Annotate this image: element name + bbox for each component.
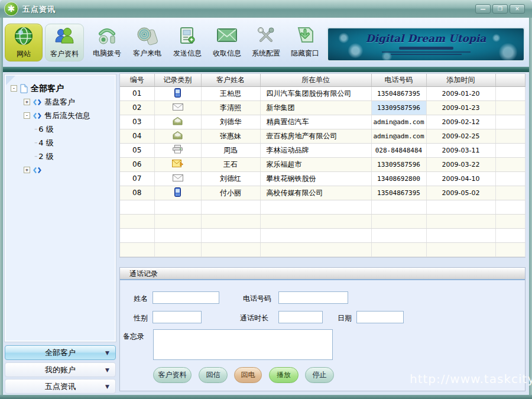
cell-phone[interactable]: 13504867395 — [371, 86, 426, 100]
tree-node-level-4[interactable]: ·· 4 级 — [11, 136, 115, 150]
duration-input[interactable] — [278, 311, 323, 323]
tree-node-aftersale-loss[interactable]: - 售后流失信息 — [11, 109, 115, 122]
cell-company[interactable]: 壹百栋房地产有限公司 — [260, 129, 371, 143]
table-row[interactable]: 05周迅李林运动品牌028-848484842009-03-11 — [120, 143, 525, 157]
cell-blank[interactable] — [426, 228, 495, 242]
cell-blank[interactable] — [154, 242, 201, 257]
cell-no[interactable]: 06 — [120, 157, 154, 171]
cell-date-added[interactable]: 2009-01-20 — [426, 86, 495, 100]
cell-phone[interactable]: admin@adm.com — [371, 129, 426, 143]
cell-no[interactable]: 01 — [120, 86, 154, 100]
column-header-phone[interactable]: 电话号码 — [371, 74, 426, 86]
phone-input[interactable] — [278, 291, 348, 304]
cell-date-added[interactable]: 2009-02-12 — [426, 115, 495, 129]
cell-no[interactable]: 02 — [120, 100, 154, 115]
cell-record-type[interactable] — [154, 115, 201, 129]
cell-blank[interactable] — [495, 143, 525, 157]
cell-blank[interactable] — [426, 214, 495, 228]
expand-icon[interactable]: + — [24, 167, 30, 173]
cell-phone[interactable]: 028-84848484 — [371, 143, 426, 157]
cell-company[interactable]: 新华集团 — [260, 100, 371, 115]
toolbar-button-customer-data[interactable]: 客户资料 — [45, 24, 84, 61]
tree-node-all-customers[interactable]: - 全部客户 — [11, 82, 115, 95]
stop-button[interactable]: 停止 — [305, 367, 334, 383]
table-row-empty[interactable] — [120, 242, 525, 257]
cell-phone[interactable]: admin@adm.com — [371, 115, 426, 129]
table-row-empty[interactable] — [120, 228, 525, 242]
tree-node-level-6[interactable]: ·· 6 级 — [11, 122, 115, 136]
cell-customer-name[interactable]: 付小丽 — [201, 186, 260, 200]
cell-date-added[interactable]: 2009-01-23 — [426, 100, 495, 115]
cell-record-type[interactable] — [154, 157, 201, 171]
cell-blank[interactable] — [495, 200, 525, 214]
date-input[interactable] — [356, 311, 404, 323]
cell-record-type[interactable] — [154, 86, 201, 100]
cell-blank[interactable] — [495, 214, 525, 228]
toolbar-button-send-message[interactable]: 发送信息 — [167, 24, 207, 61]
cell-customer-name[interactable]: 王柏思 — [201, 86, 260, 100]
table-row[interactable]: 02李清照新华集团133095875962009-01-23 — [120, 100, 525, 115]
customer-data-button[interactable]: 客户资料 — [153, 367, 192, 383]
cell-blank[interactable] — [201, 214, 260, 228]
toolbar-button-incoming-call[interactable]: 客户来电 — [127, 24, 167, 61]
cell-company[interactable]: 家乐福超市 — [260, 157, 371, 171]
table-row[interactable]: 07刘德红攀枝花钢铁股份134086928002009-04-10 — [120, 171, 525, 186]
cell-date-added[interactable]: 2009-05-02 — [426, 186, 495, 200]
cell-customer-name[interactable]: 刘德华 — [201, 115, 260, 129]
expand-icon[interactable]: + — [24, 99, 30, 105]
cell-company[interactable]: 四川汽车集团股份有限公司 — [260, 86, 371, 100]
cell-company[interactable]: 高校传媒有限公司 — [260, 186, 371, 200]
toolbar-button-hide-window[interactable]: 隐藏窗口 — [286, 24, 325, 61]
cell-phone[interactable]: 13309587596 — [371, 100, 426, 115]
cell-blank[interactable] — [495, 242, 525, 257]
table-row[interactable]: 08付小丽高校传媒有限公司135048673952009-05-02 — [120, 186, 525, 200]
cell-record-type[interactable] — [154, 186, 201, 200]
cell-phone[interactable]: 13408692800 — [371, 171, 426, 186]
cell-blank[interactable] — [201, 228, 260, 242]
maximize-button[interactable]: ❐ — [492, 4, 508, 14]
cell-blank[interactable] — [495, 129, 525, 143]
cell-blank[interactable] — [260, 200, 371, 214]
cell-blank[interactable] — [120, 228, 154, 242]
reply-message-button[interactable]: 回信 — [199, 367, 228, 383]
sidebar-button-all-customers[interactable]: 全部客户 ▼ — [5, 345, 116, 360]
cell-company[interactable]: 精典置信汽车 — [260, 115, 371, 129]
cell-blank[interactable] — [495, 157, 525, 171]
gender-input[interactable] — [153, 311, 202, 323]
cell-phone[interactable]: 13309587596 — [371, 157, 426, 171]
tree-node-base-customers[interactable]: + 基盘客户 — [11, 95, 115, 109]
toolbar-button-website[interactable]: 网站 — [5, 24, 43, 61]
cell-date-added[interactable]: 2009-04-10 — [426, 171, 495, 186]
cell-company[interactable]: 攀枝花钢铁股份 — [260, 171, 371, 186]
cell-blank[interactable] — [154, 228, 201, 242]
cell-no[interactable]: 08 — [120, 186, 154, 200]
toolbar-button-receive-message[interactable]: 收取信息 — [207, 24, 246, 61]
cell-blank[interactable] — [426, 200, 495, 214]
cell-blank[interactable] — [371, 200, 426, 214]
cell-blank[interactable] — [495, 228, 525, 242]
tree-node-level-2[interactable]: ·· 2 级 — [11, 150, 115, 163]
cell-blank[interactable] — [260, 228, 371, 242]
tree-node-unnamed[interactable]: + — [11, 163, 115, 177]
cell-customer-name[interactable]: 李清照 — [201, 100, 260, 115]
cell-date-added[interactable]: 2009-03-22 — [426, 157, 495, 171]
play-button[interactable]: 播放 — [269, 367, 299, 383]
column-header-no[interactable]: 编号 — [120, 74, 154, 86]
cell-record-type[interactable] — [154, 129, 201, 143]
cell-blank[interactable] — [201, 200, 260, 214]
cell-blank[interactable] — [495, 186, 525, 200]
cell-no[interactable]: 04 — [120, 129, 154, 143]
cell-date-added[interactable]: 2009-03-11 — [426, 143, 495, 157]
table-row[interactable]: 04张惠妹壹百栋房地产有限公司admin@adm.com2009-02-25 — [120, 129, 525, 143]
cell-no[interactable]: 05 — [120, 143, 154, 157]
call-back-button[interactable]: 回电 — [234, 367, 262, 383]
cell-blank[interactable] — [495, 171, 525, 186]
cell-blank[interactable] — [154, 200, 201, 214]
cell-blank[interactable] — [120, 242, 154, 257]
cell-record-type[interactable] — [154, 143, 201, 157]
cell-company[interactable]: 李林运动品牌 — [260, 143, 371, 157]
cell-blank[interactable] — [201, 242, 260, 257]
table-row[interactable]: 03刘德华精典置信汽车admin@adm.com2009-02-12 — [120, 115, 525, 129]
cell-blank[interactable] — [495, 115, 525, 129]
cell-blank[interactable] — [495, 86, 525, 100]
